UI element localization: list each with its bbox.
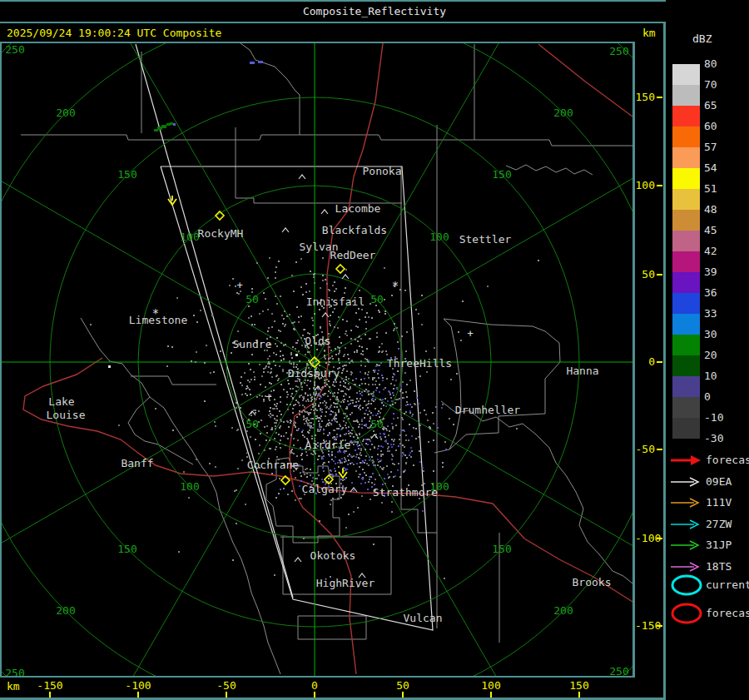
echo-pixel [290,434,292,436]
echo-pixel [303,398,305,400]
echo-pixel [285,444,286,446]
echo-pixel [442,462,444,464]
echo-pixel [324,462,325,464]
echo-pixel [322,458,324,459]
echo-pixel [409,412,411,414]
echo-pixel [356,463,358,464]
echo-pixel [365,316,366,318]
echo-pixel [369,456,370,458]
radar-map-canvas[interactable]: 5050505010010010010015015015015020020020… [2,43,632,676]
echo-pixel [358,400,360,402]
echo-pixel [362,469,364,470]
echo-pixel [350,432,351,434]
echo-pixel [287,380,289,381]
echo-pixel [287,438,289,439]
echo-pixel [364,472,365,474]
echo-pixel [411,415,413,417]
echo-pixel [374,377,375,379]
echo-pixel [359,405,360,407]
echo-pixel [238,293,240,295]
boundary-line [131,376,216,385]
echo-pixel [449,418,450,420]
echo-pixel [384,398,386,400]
echo-pixel [330,325,331,326]
track-arrow-icon-31jp [669,539,706,552]
echo-pixel [387,448,389,449]
echo-pixel [271,376,273,378]
echo-pixel [313,274,315,276]
echo-pixel [433,470,434,472]
echo-pixel [331,454,333,455]
echo-pixel [293,438,295,439]
echo-pixel [341,378,343,380]
echo-pixel [351,462,353,464]
echo-pixel [310,380,311,382]
echo-pixel [396,388,398,390]
echo-pixel [397,399,399,400]
echo-pixel [350,374,352,375]
echo-pixel [342,319,344,320]
echo-pixel [395,424,397,426]
dbz-color-swatch [672,397,700,418]
echo-pixel [330,350,332,351]
echo-pixel [336,406,338,408]
echo-pixel [380,445,382,447]
echo-pixel [286,404,288,405]
echo-pixel [359,466,360,468]
echo-pixel [334,392,335,394]
echo-pixel [322,452,324,454]
echo-pixel [275,295,276,297]
nw-storm-cell [154,61,263,132]
echo-pixel [377,413,379,415]
echo-pixel [322,467,324,469]
echo-pixel [259,364,260,365]
echo-pixel [404,446,405,448]
echo-pixel [215,466,216,468]
echo-pixel [381,468,383,469]
dbz-scale-label: 10 [704,370,744,382]
echo-pixel [275,271,276,273]
echo-pixel [340,385,341,386]
ring-distance-label: 150 [492,168,511,181]
dbz-color-swatch [672,64,700,85]
echo-pixel [345,287,346,289]
echo-pixel [392,392,394,394]
echo-pixel [255,412,256,414]
echo-pixel [379,466,381,468]
right-axis-tick [657,97,662,98]
echo-pixel [301,411,303,413]
echo-pixel [311,317,313,319]
echo-pixel [335,456,336,458]
forecast-arrow-icon [669,454,706,467]
right-axis-label: -150 [635,620,655,632]
echo-pixel [406,396,408,398]
echo-pixel [345,333,346,335]
echo-pixel [380,450,382,452]
echo-pixel [330,499,332,501]
echo-pixel [399,398,400,400]
echo-pixel [276,337,278,339]
echo-pixel [378,410,379,412]
echo-pixel [296,416,298,418]
echo-pixel [278,493,280,494]
title-bar[interactable]: Composite_Reflectivity [0,2,749,22]
echo-pixel [317,459,319,460]
echo-pixel [237,468,239,469]
echo-pixel [315,394,316,395]
echo-pixel [320,408,321,410]
timestamp-label: 2025/09/24 19:00:24 UTC Composite [7,27,221,39]
echo-pixel [356,444,358,445]
echo-pixel [338,400,340,402]
echo-pixel [409,454,410,456]
echo-pixel [404,413,405,415]
echo-pixel [393,388,394,390]
echo-pixel [323,455,325,457]
echo-pixel [357,326,359,328]
echo-pixel [283,435,285,437]
echo-pixel [335,470,336,472]
bottom-axis-tick [490,692,492,698]
echo-pixel [118,424,120,426]
echo-pixel [442,466,444,468]
echo-pixel [356,351,358,353]
boundary-line [21,135,632,146]
